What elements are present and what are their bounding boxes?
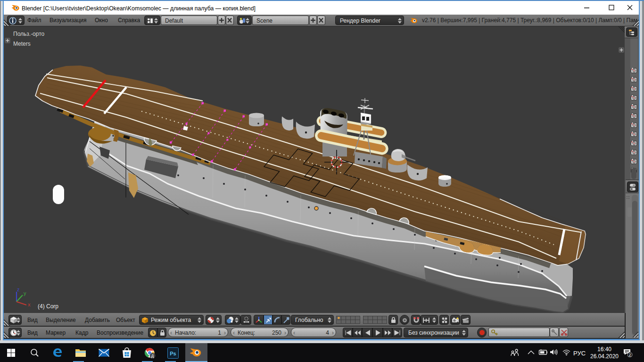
svg-text:Д: Д bbox=[151, 354, 154, 358]
svg-text:2: 2 bbox=[628, 353, 631, 357]
svg-text:y: y bbox=[24, 290, 26, 296]
svg-text:Ps: Ps bbox=[170, 351, 176, 356]
svg-text:z: z bbox=[17, 287, 20, 292]
svg-text:x: x bbox=[28, 302, 31, 307]
